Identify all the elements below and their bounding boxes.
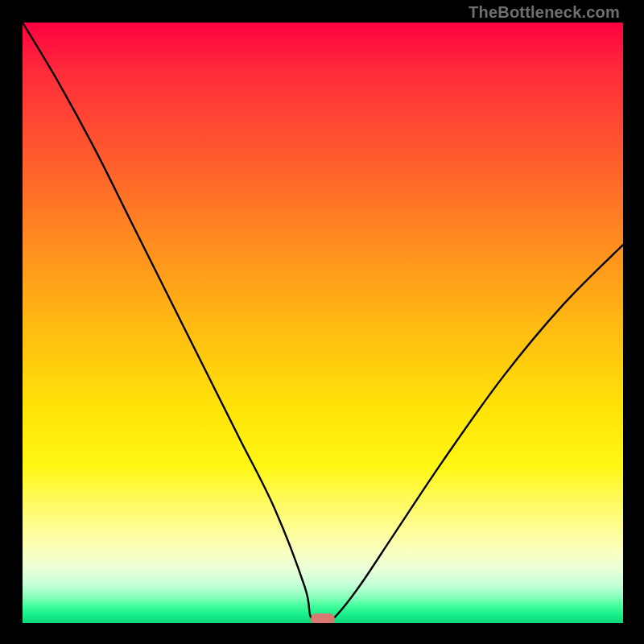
watermark-text: TheBottleneck.com <box>469 3 620 22</box>
plot-area <box>23 23 623 623</box>
bottleneck-curve <box>23 23 623 623</box>
optimal-point-marker <box>311 613 335 623</box>
chart-frame: TheBottleneck.com <box>0 0 644 644</box>
